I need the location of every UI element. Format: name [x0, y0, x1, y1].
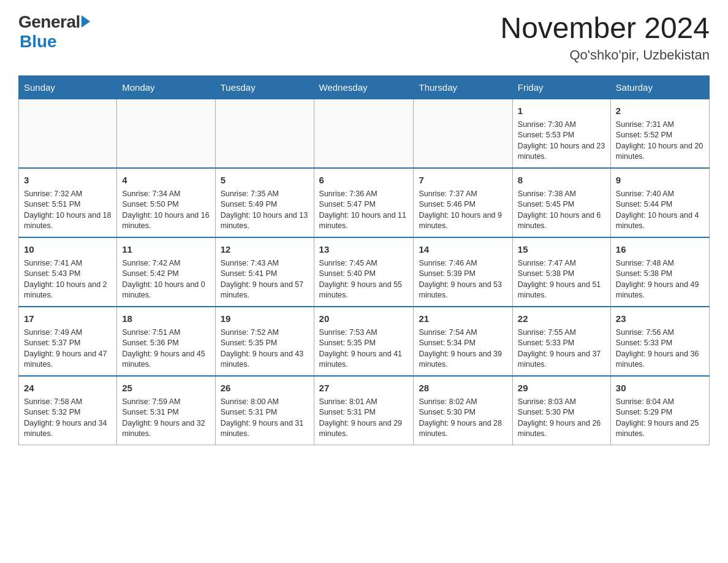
- day-number: 6: [319, 174, 409, 186]
- calendar-cell: 25Sunrise: 7:59 AMSunset: 5:31 PMDayligh…: [117, 376, 215, 445]
- calendar-cell: 4Sunrise: 7:34 AMSunset: 5:50 PMDaylight…: [117, 168, 215, 237]
- day-number: 8: [518, 174, 605, 186]
- calendar-cell: 1Sunrise: 7:30 AMSunset: 5:53 PMDaylight…: [512, 99, 610, 168]
- calendar-week-row: 10Sunrise: 7:41 AMSunset: 5:43 PMDayligh…: [19, 237, 710, 307]
- calendar-week-row: 1Sunrise: 7:30 AMSunset: 5:53 PMDaylight…: [19, 99, 710, 168]
- logo-blue-text: Blue: [20, 32, 57, 52]
- calendar-cell: 13Sunrise: 7:45 AMSunset: 5:40 PMDayligh…: [314, 237, 414, 307]
- calendar-week-row: 17Sunrise: 7:49 AMSunset: 5:37 PMDayligh…: [19, 307, 710, 376]
- calendar-cell: 9Sunrise: 7:40 AMSunset: 5:44 PMDaylight…: [610, 168, 709, 237]
- day-number: 15: [518, 243, 605, 256]
- day-number: 5: [221, 174, 309, 186]
- day-info: Sunrise: 7:49 AMSunset: 5:37 PMDaylight:…: [24, 327, 112, 370]
- calendar-cell: 11Sunrise: 7:42 AMSunset: 5:42 PMDayligh…: [117, 237, 215, 307]
- day-info: Sunrise: 7:59 AMSunset: 5:31 PMDaylight:…: [122, 397, 210, 440]
- logo-triangle-icon: [82, 15, 90, 28]
- day-number: 11: [122, 243, 210, 256]
- day-info: Sunrise: 7:36 AMSunset: 5:47 PMDaylight:…: [319, 189, 409, 232]
- calendar-cell: 12Sunrise: 7:43 AMSunset: 5:41 PMDayligh…: [215, 237, 314, 307]
- day-number: 29: [518, 381, 605, 394]
- page-header: General Blue November 2024 Qo'shko'pir, …: [18, 12, 710, 63]
- calendar-header-wednesday: Wednesday: [314, 75, 414, 99]
- day-info: Sunrise: 7:41 AMSunset: 5:43 PMDaylight:…: [24, 258, 112, 301]
- day-number: 13: [319, 243, 409, 256]
- calendar-cell: 21Sunrise: 7:54 AMSunset: 5:34 PMDayligh…: [414, 307, 512, 376]
- calendar-cell: [117, 99, 215, 168]
- calendar-cell: 14Sunrise: 7:46 AMSunset: 5:39 PMDayligh…: [414, 237, 512, 307]
- calendar-header-thursday: Thursday: [414, 75, 512, 99]
- calendar-cell: 28Sunrise: 8:02 AMSunset: 5:30 PMDayligh…: [414, 376, 512, 445]
- calendar-header-row: SundayMondayTuesdayWednesdayThursdayFrid…: [19, 75, 710, 99]
- day-number: 28: [419, 381, 507, 394]
- calendar-cell: 18Sunrise: 7:51 AMSunset: 5:36 PMDayligh…: [117, 307, 215, 376]
- day-number: 20: [319, 312, 409, 325]
- calendar-cell: 15Sunrise: 7:47 AMSunset: 5:38 PMDayligh…: [512, 237, 610, 307]
- day-number: 1: [518, 104, 605, 117]
- day-number: 18: [122, 312, 210, 325]
- day-number: 9: [616, 174, 704, 186]
- calendar-header-tuesday: Tuesday: [215, 75, 314, 99]
- day-number: 16: [616, 243, 704, 256]
- day-number: 22: [518, 312, 605, 325]
- calendar-cell: 17Sunrise: 7:49 AMSunset: 5:37 PMDayligh…: [19, 307, 117, 376]
- calendar-cell: [414, 99, 512, 168]
- title-section: November 2024 Qo'shko'pir, Uzbekistan: [500, 12, 710, 63]
- day-info: Sunrise: 7:42 AMSunset: 5:42 PMDaylight:…: [122, 258, 210, 301]
- day-info: Sunrise: 7:48 AMSunset: 5:38 PMDaylight:…: [616, 258, 704, 301]
- logo: General Blue: [18, 12, 90, 52]
- day-info: Sunrise: 8:04 AMSunset: 5:29 PMDaylight:…: [616, 397, 704, 440]
- calendar-cell: 27Sunrise: 8:01 AMSunset: 5:31 PMDayligh…: [314, 376, 414, 445]
- day-number: 21: [419, 312, 507, 325]
- day-number: 25: [122, 381, 210, 394]
- day-info: Sunrise: 7:47 AMSunset: 5:38 PMDaylight:…: [518, 258, 605, 301]
- day-number: 3: [24, 174, 112, 186]
- day-number: 12: [221, 243, 309, 256]
- day-info: Sunrise: 8:00 AMSunset: 5:31 PMDaylight:…: [221, 397, 309, 440]
- calendar-cell: [314, 99, 414, 168]
- day-info: Sunrise: 7:55 AMSunset: 5:33 PMDaylight:…: [518, 327, 605, 370]
- day-info: Sunrise: 7:51 AMSunset: 5:36 PMDaylight:…: [122, 327, 210, 370]
- calendar-cell: 10Sunrise: 7:41 AMSunset: 5:43 PMDayligh…: [19, 237, 117, 307]
- day-number: 10: [24, 243, 112, 256]
- day-number: 24: [24, 381, 112, 394]
- day-info: Sunrise: 7:32 AMSunset: 5:51 PMDaylight:…: [24, 189, 112, 232]
- calendar-week-row: 24Sunrise: 7:58 AMSunset: 5:32 PMDayligh…: [19, 376, 710, 445]
- calendar-cell: 6Sunrise: 7:36 AMSunset: 5:47 PMDaylight…: [314, 168, 414, 237]
- calendar-cell: 29Sunrise: 8:03 AMSunset: 5:30 PMDayligh…: [512, 376, 610, 445]
- calendar-cell: [19, 99, 117, 168]
- day-number: 7: [419, 174, 507, 186]
- day-number: 30: [616, 381, 704, 394]
- location-subtitle: Qo'shko'pir, Uzbekistan: [500, 47, 710, 63]
- day-number: 26: [221, 381, 309, 394]
- day-info: Sunrise: 7:58 AMSunset: 5:32 PMDaylight:…: [24, 397, 112, 440]
- calendar-header-saturday: Saturday: [610, 75, 709, 99]
- calendar-cell: 30Sunrise: 8:04 AMSunset: 5:29 PMDayligh…: [610, 376, 709, 445]
- day-info: Sunrise: 7:37 AMSunset: 5:46 PMDaylight:…: [419, 189, 507, 232]
- calendar-cell: 2Sunrise: 7:31 AMSunset: 5:52 PMDaylight…: [610, 99, 709, 168]
- day-info: Sunrise: 7:54 AMSunset: 5:34 PMDaylight:…: [419, 327, 507, 370]
- day-info: Sunrise: 7:31 AMSunset: 5:52 PMDaylight:…: [616, 120, 704, 163]
- calendar-cell: 5Sunrise: 7:35 AMSunset: 5:49 PMDaylight…: [215, 168, 314, 237]
- day-info: Sunrise: 7:46 AMSunset: 5:39 PMDaylight:…: [419, 258, 507, 301]
- calendar-cell: 20Sunrise: 7:53 AMSunset: 5:35 PMDayligh…: [314, 307, 414, 376]
- month-year-title: November 2024: [500, 12, 710, 45]
- calendar-cell: 7Sunrise: 7:37 AMSunset: 5:46 PMDaylight…: [414, 168, 512, 237]
- day-info: Sunrise: 7:35 AMSunset: 5:49 PMDaylight:…: [221, 189, 309, 232]
- day-info: Sunrise: 7:40 AMSunset: 5:44 PMDaylight:…: [616, 189, 704, 232]
- calendar-week-row: 3Sunrise: 7:32 AMSunset: 5:51 PMDaylight…: [19, 168, 710, 237]
- calendar-cell: 16Sunrise: 7:48 AMSunset: 5:38 PMDayligh…: [610, 237, 709, 307]
- calendar-cell: 3Sunrise: 7:32 AMSunset: 5:51 PMDaylight…: [19, 168, 117, 237]
- day-number: 4: [122, 174, 210, 186]
- calendar-cell: [215, 99, 314, 168]
- calendar-cell: 26Sunrise: 8:00 AMSunset: 5:31 PMDayligh…: [215, 376, 314, 445]
- day-info: Sunrise: 7:56 AMSunset: 5:33 PMDaylight:…: [616, 327, 704, 370]
- calendar-cell: 8Sunrise: 7:38 AMSunset: 5:45 PMDaylight…: [512, 168, 610, 237]
- day-info: Sunrise: 8:01 AMSunset: 5:31 PMDaylight:…: [319, 397, 409, 440]
- calendar-header-sunday: Sunday: [19, 75, 117, 99]
- calendar-header-friday: Friday: [512, 75, 610, 99]
- day-info: Sunrise: 7:45 AMSunset: 5:40 PMDaylight:…: [319, 258, 409, 301]
- calendar-cell: 19Sunrise: 7:52 AMSunset: 5:35 PMDayligh…: [215, 307, 314, 376]
- day-number: 14: [419, 243, 507, 256]
- day-info: Sunrise: 7:52 AMSunset: 5:35 PMDaylight:…: [221, 327, 309, 370]
- calendar-header-monday: Monday: [117, 75, 215, 99]
